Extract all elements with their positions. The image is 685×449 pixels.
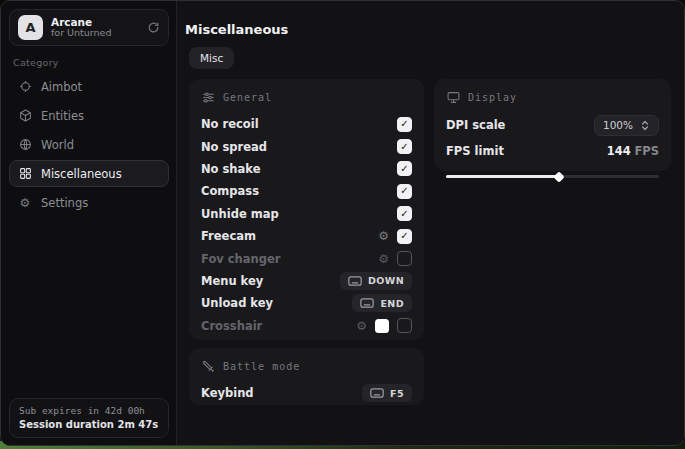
dpi-scale-select[interactable]: 100% <box>594 115 659 136</box>
row-no-recoil: No recoil ✓ <box>201 113 412 135</box>
tab-row: Misc <box>189 47 234 69</box>
brand-text: Arcane for Unturned <box>51 16 139 39</box>
fps-limit-label: FPS limit <box>446 144 607 158</box>
no-spread-checkbox[interactable]: ✓ <box>397 139 412 154</box>
row-label: Compass <box>201 184 397 198</box>
row-label: Unhide map <box>201 207 397 221</box>
row-fov-changer: Fov changer ⚙ ✓ <box>201 247 412 269</box>
panel-title: Display <box>468 92 517 103</box>
dpi-scale-row: DPI scale 100% <box>446 113 659 137</box>
crosshair-icon <box>18 80 32 94</box>
menu-key-keybind-button[interactable]: DOWN <box>340 272 412 290</box>
checkmark-icon: ✓ <box>400 119 408 129</box>
brand-subtitle: for Unturned <box>51 28 139 39</box>
panel-display-header: Display <box>446 90 659 104</box>
sidebar-item-label: Settings <box>41 196 88 210</box>
no-recoil-checkbox[interactable]: ✓ <box>397 117 412 132</box>
sidebar-item-label: Entities <box>41 109 84 123</box>
fov-changer-config-gear-icon[interactable]: ⚙ <box>378 253 389 265</box>
row-keybind: Keybind F5 <box>201 382 412 404</box>
sidebar-item-settings[interactable]: ⚙ Settings <box>9 189 169 216</box>
gear-icon: ⚙ <box>18 196 32 210</box>
tab-misc[interactable]: Misc <box>189 47 234 69</box>
keyboard-icon <box>348 276 362 286</box>
category-label: Category <box>13 57 59 68</box>
entities-cube-icon <box>18 109 32 123</box>
checkmark-icon: ✓ <box>400 186 408 196</box>
slider-fill <box>446 175 559 178</box>
monitor-icon <box>446 90 460 104</box>
crosshair-config-gear-icon[interactable]: ⚙ <box>356 320 367 332</box>
fps-limit-row: FPS limit 144 FPS <box>446 139 659 163</box>
battle-keybind-button[interactable]: F5 <box>362 384 412 402</box>
sidebar-item-label: Aimbot <box>41 80 82 94</box>
sliders-icon <box>201 90 215 104</box>
sidebar: A Arcane for Unturned Category Aimbot <box>1 1 177 445</box>
slider-thumb[interactable] <box>553 171 564 182</box>
row-no-shake: No shake ✓ <box>201 158 412 180</box>
checkmark-icon: ✓ <box>400 142 408 152</box>
checkmark-icon: ✓ <box>400 164 408 174</box>
row-label: Keybind <box>201 386 362 400</box>
crosshair-checkbox[interactable]: ✓ <box>397 318 412 333</box>
brand-card: A Arcane for Unturned <box>9 9 169 46</box>
checkmark-icon: ✓ <box>400 209 408 219</box>
panel-title: Battle mode <box>223 361 300 372</box>
page-title: Miscellaneous <box>185 22 288 37</box>
fps-limit-value: 144 FPS <box>607 144 659 158</box>
compass-checkbox[interactable]: ✓ <box>397 184 412 199</box>
panel-title: General <box>223 92 272 103</box>
sidebar-item-label: Miscellaneous <box>41 167 122 181</box>
keybind-value: DOWN <box>368 275 404 286</box>
keyboard-icon <box>370 388 384 398</box>
row-compass: Compass ✓ <box>201 180 412 202</box>
fps-unit: FPS <box>634 144 659 158</box>
row-label: Menu key <box>201 274 340 288</box>
keybind-value: F5 <box>390 388 404 399</box>
app-window: A Arcane for Unturned Category Aimbot <box>0 0 685 446</box>
brand-avatar: A <box>18 15 43 40</box>
fov-changer-checkbox[interactable]: ✓ <box>397 251 412 266</box>
session-duration-text: Session duration 2m 47s <box>19 419 159 430</box>
sword-icon <box>201 359 215 373</box>
panel-general-header: General <box>201 90 412 104</box>
dpi-scale-label: DPI scale <box>446 118 594 132</box>
row-label: No shake <box>201 162 397 176</box>
row-label: Unload key <box>201 296 352 310</box>
globe-icon <box>18 138 32 152</box>
sidebar-item-label: World <box>41 138 74 152</box>
stepper-icon <box>640 120 650 131</box>
keyboard-icon <box>360 298 374 308</box>
dpi-scale-value: 100% <box>603 119 633 131</box>
panel-general: General No recoil ✓ No spread ✓ No shake… <box>189 79 424 340</box>
freecam-checkbox[interactable]: ✓ <box>397 229 412 244</box>
general-rows: No recoil ✓ No spread ✓ No shake ✓ Compa… <box>201 113 412 337</box>
row-freecam: Freecam ⚙ ✓ <box>201 225 412 247</box>
sub-expires-text: Sub expires in 42d 00h <box>19 405 159 416</box>
row-no-spread: No spread ✓ <box>201 135 412 157</box>
unload-key-keybind-button[interactable]: END <box>352 294 412 312</box>
grid-icon <box>18 167 32 181</box>
panel-battle-header: Battle mode <box>201 359 412 373</box>
sync-icon[interactable] <box>147 21 160 34</box>
row-label: Freecam <box>201 229 378 243</box>
slider-track <box>446 175 659 178</box>
row-label: Fov changer <box>201 252 378 266</box>
crosshair-color-swatch[interactable] <box>375 319 389 333</box>
row-label: No recoil <box>201 117 397 131</box>
fps-limit-slider[interactable] <box>446 172 659 181</box>
row-crosshair: Crosshair ⚙ ✓ <box>201 315 412 337</box>
row-label: Crosshair <box>201 319 356 333</box>
row-menu-key: Menu key DOWN <box>201 270 412 292</box>
row-label: No spread <box>201 140 397 154</box>
battle-rows: Keybind F5 <box>201 382 412 404</box>
sidebar-item-entities[interactable]: Entities <box>9 102 169 129</box>
panel-display: Display DPI scale 100% FPS limit 144 FPS <box>434 79 671 171</box>
sidebar-item-aimbot[interactable]: Aimbot <box>9 73 169 100</box>
sidebar-item-world[interactable]: World <box>9 131 169 158</box>
freecam-config-gear-icon[interactable]: ⚙ <box>378 230 389 242</box>
main-content: Miscellaneous Misc General No recoil ✓ <box>178 1 684 445</box>
unhide-map-checkbox[interactable]: ✓ <box>397 206 412 221</box>
sidebar-item-miscellaneous[interactable]: Miscellaneous <box>9 160 169 187</box>
no-shake-checkbox[interactable]: ✓ <box>397 161 412 176</box>
